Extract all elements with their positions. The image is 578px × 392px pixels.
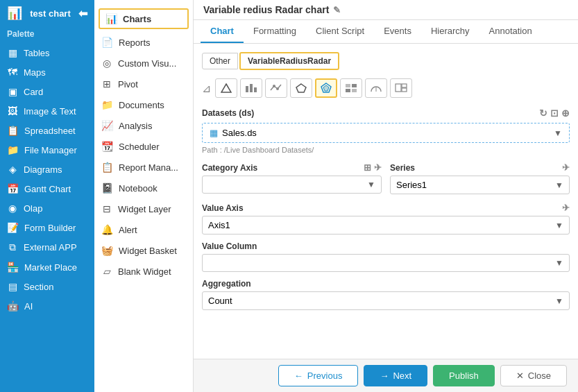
sidebar-item-ai[interactable]: 🤖 AI [0,296,94,316]
reports-icon: 📄 [101,37,113,48]
chart-icon-triangle[interactable] [215,78,237,98]
sidebar-item-file-manager[interactable]: 📁 File Manager [0,140,94,160]
sub-palette-item-widget-layer[interactable]: ⊟ Widget Layer [94,198,193,219]
sidebar-item-image-text[interactable]: 🖼 Image & Text [0,101,94,121]
value-axis-select[interactable]: Axis1 ▼ [202,216,570,235]
file-manager-icon: 📁 [7,144,19,155]
sub-palette-item-alert[interactable]: 🔔 Alert [94,219,193,240]
tab-client-script[interactable]: Client Script [306,20,374,43]
chart-icon-bar[interactable] [240,78,262,98]
sub-palette-item-custom-visu[interactable]: ◎ Custom Visu... [94,53,193,74]
category-axis-label: Category Axis [202,163,257,173]
publish-button[interactable]: Publish [433,365,495,386]
filter-icon[interactable]: ⊿ [202,82,211,95]
sub-palette-item-documents[interactable]: 📁 Documents [94,94,193,115]
next-button[interactable]: → Next [364,365,427,386]
sub-palette-item-label: Analysis [119,121,152,131]
content-area: Other VariableRadiusRadar ⊿ [194,44,578,359]
series-label: Series [390,163,415,173]
sub-palette-item-pivot[interactable]: ⊞ Pivot [94,74,193,94]
tables-icon: ▦ [7,47,18,58]
tab-formatting[interactable]: Formatting [244,20,306,43]
sidebar-item-label: Card [24,87,43,97]
svg-rect-11 [346,89,350,92]
datasets-save-btn[interactable]: ⊡ [550,108,559,119]
sidebar-item-card[interactable]: ▣ Card [0,82,94,101]
datasets-refresh-btn[interactable]: ↻ [539,108,547,119]
value-axis-label: Value Axis [202,203,244,213]
sidebar-item-section[interactable]: ▤ Section [0,277,94,296]
category-axis-expand-icon[interactable]: ⊞ [364,162,371,173]
sub-palette-item-widget-basket[interactable]: 🧺 Widget Basket [94,240,193,261]
blank-widget-icon: ▱ [101,266,112,277]
sub-palette-item-notebook[interactable]: 📓 Notebook [94,178,193,198]
close-button[interactable]: ✕ Close [500,365,567,386]
tab-chart[interactable]: Chart [201,20,244,43]
sidebar-item-spreadsheet[interactable]: 📋 Spreadsheet [0,121,94,140]
category-axis-send-icon[interactable]: ✈ [374,162,382,173]
axis-series-row: Category Axis ⊞ ✈ ▼ S [202,162,570,194]
main-content: Variable redius Radar chart ✎ Chart Form… [194,0,578,392]
chart-icon-heatmap[interactable] [340,78,362,98]
svg-marker-6 [296,84,306,92]
tab-events[interactable]: Events [374,20,421,43]
back-icon[interactable]: ⬅ [78,7,87,20]
aggregation-label: Aggregation [202,279,251,289]
sidebar-item-label: Maps [24,67,46,78]
value-column-arrow: ▼ [555,258,563,268]
sidebar-item-diagrams[interactable]: ◈ Diagrams [0,160,94,179]
series-select[interactable]: Series1 ▼ [390,176,570,194]
sidebar-item-gantt-chart[interactable]: 📅 Gantt Chart [0,179,94,198]
sidebar-item-label: External APP [24,242,77,253]
sidebar-item-olap[interactable]: ◉ Olap [0,198,94,218]
sidebar-item-market-place[interactable]: 🏪 Market Place [0,257,94,277]
chart-icon-semicircle[interactable] [365,78,387,98]
sidebar-item-external-app[interactable]: ⧉ External APP [0,237,94,257]
chart-icon-pentagon[interactable] [290,78,312,98]
sub-palette-item-analysis[interactable]: 📈 Analysis [94,115,193,136]
series-arrow: ▼ [555,180,563,190]
sub-palette-item-charts[interactable]: 📊 Charts [99,8,189,29]
previous-label: Previous [307,370,343,381]
sidebar-item-form-builder[interactable]: 📝 Form Builder [0,218,94,237]
category-axis-select[interactable]: ▼ [202,176,382,194]
sub-palette-item-label: Blank Widget [118,266,171,277]
chart-active-chip[interactable]: VariableRadiusRadar [239,52,339,70]
sub-palette-item-scheduler[interactable]: 📆 Scheduler [94,136,193,157]
dataset-dropdown-arrow: ▼ [554,128,562,138]
chart-icon-treemap[interactable] [390,78,412,98]
bottom-bar: ← Previous → Next Publish ✕ Close [194,359,578,392]
app-title: test chart [30,8,71,19]
palette-label: Palette [0,26,94,43]
sub-palette-item-label: Widget Basket [119,246,177,256]
tab-annotation[interactable]: Annotation [479,20,542,43]
sidebar-item-label: AI [24,301,33,312]
previous-button[interactable]: ← Previous [278,365,359,386]
svg-point-5 [276,87,279,90]
sidebar-item-label: Form Builder [24,223,76,233]
svg-rect-14 [402,84,407,87]
datasets-add-btn[interactable]: ⊕ [561,108,570,119]
sub-palette-item-report-mana[interactable]: 📋 Report Mana... [94,157,193,178]
widget-basket-icon: 🧺 [101,245,113,256]
value-column-select[interactable]: ▼ [202,254,570,272]
sidebar-item-tables[interactable]: ▦ Tables [0,43,94,62]
edit-icon[interactable]: ✎ [333,5,341,15]
chart-icon-radar[interactable] [315,78,337,98]
value-axis-send-icon[interactable]: ✈ [562,203,570,213]
previous-arrow-icon: ← [294,370,303,381]
aggregation-select[interactable]: Count ▼ [202,291,570,310]
chart-icon-line[interactable] [265,78,287,98]
sub-palette-item-reports[interactable]: 📄 Reports [94,32,193,53]
notebook-icon: 📓 [101,182,113,194]
series-send-icon[interactable]: ✈ [562,162,570,173]
dataset-select[interactable]: ▦ Sales.ds ▼ [202,123,570,143]
value-column-label-row: Value Column [202,241,570,251]
sidebar-header: 📊 test chart ⬅ [0,0,94,26]
chart-other-label[interactable]: Other [202,53,238,69]
sub-palette-item-blank-widget[interactable]: ▱ Blank Widget [94,261,193,282]
svg-marker-8 [323,85,329,91]
sidebar-item-maps[interactable]: 🗺 Maps [0,62,94,82]
documents-icon: 📁 [101,99,113,110]
tab-hierarchy[interactable]: Hierarchy [421,20,479,43]
